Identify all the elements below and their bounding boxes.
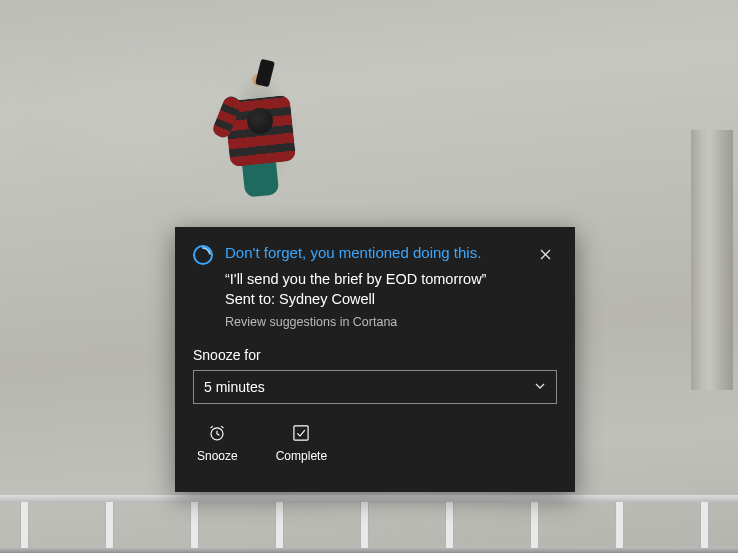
close-icon <box>540 246 551 264</box>
wall-smudge <box>40 60 240 180</box>
toast-header: Don't forget, you mentioned doing this. <box>193 243 557 267</box>
desktop-wallpaper: Don't forget, you mentioned doing this. … <box>0 0 738 553</box>
cortana-icon <box>193 245 213 265</box>
toast-body: “I'll send you the brief by EOD tomorrow… <box>225 269 557 329</box>
checkbox-checked-icon <box>290 422 312 444</box>
snooze-for-label: Snooze for <box>193 347 557 363</box>
railing-post <box>615 502 624 548</box>
railing-post <box>360 502 369 548</box>
complete-button-label: Complete <box>276 449 327 463</box>
snooze-duration-select[interactable]: 5 minutes <box>193 370 557 404</box>
toast-sent-to-prefix: Sent to: <box>225 291 279 307</box>
toast-sent-to: Sent to: Sydney Cowell <box>225 289 557 309</box>
cortana-reminder-toast: Don't forget, you mentioned doing this. … <box>175 227 575 492</box>
snooze-duration-value: 5 minutes <box>204 379 265 395</box>
snooze-button[interactable]: Snooze <box>193 420 242 465</box>
toast-title: Don't forget, you mentioned doing this. <box>225 243 481 263</box>
railing-post <box>445 502 454 548</box>
toast-review-link[interactable]: Review suggestions in Cortana <box>225 315 557 329</box>
toast-sent-to-name: Sydney Cowell <box>279 291 375 307</box>
snooze-button-label: Snooze <box>197 449 238 463</box>
railing-post <box>700 502 709 548</box>
complete-button[interactable]: Complete <box>272 420 331 465</box>
toast-actions: Snooze Complete <box>193 420 557 465</box>
railing-post <box>20 502 29 548</box>
alarm-clock-icon <box>206 422 228 444</box>
wall-pillar <box>691 130 733 390</box>
toast-quote: “I'll send you the brief by EOD tomorrow… <box>225 269 557 289</box>
railing-post <box>530 502 539 548</box>
chevron-down-icon <box>534 379 546 395</box>
close-button[interactable] <box>533 243 557 267</box>
railing-post <box>190 502 199 548</box>
railing-post <box>105 502 114 548</box>
railing-post <box>275 502 284 548</box>
person-head <box>247 108 273 134</box>
svg-rect-1 <box>294 426 308 440</box>
